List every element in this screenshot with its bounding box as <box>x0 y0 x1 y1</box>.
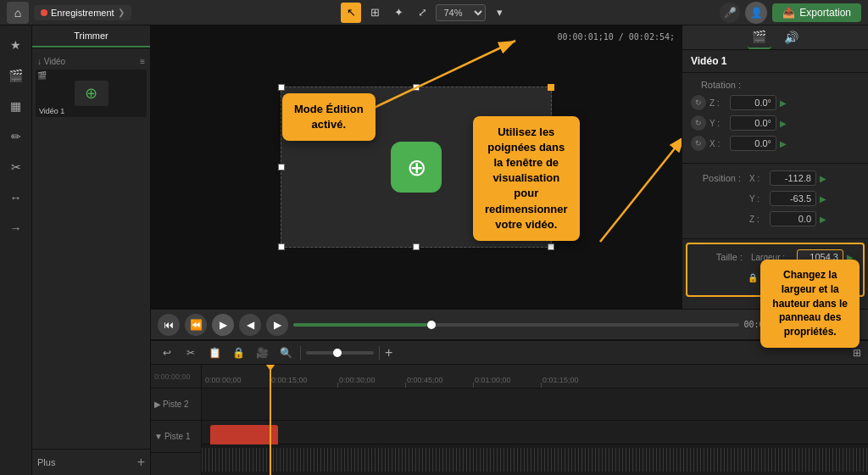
add-track-button[interactable]: + <box>385 345 392 360</box>
rotation-x-value[interactable]: 0.0° <box>730 136 776 151</box>
separator2 <box>379 346 380 360</box>
main-layout: ★ 🎬 ▦ ✏ ✂ ↔ → Trimmer ↓ Vidéo ≡ <box>0 25 868 475</box>
record-button[interactable]: Enregistrement ❯ <box>34 5 131 20</box>
preview-area: ⊕ 00:00:01;10 / 00:02:54; Mode Éditionac… <box>151 25 682 309</box>
next-frame-button[interactable]: ▶ <box>266 314 288 336</box>
position-z-arrow[interactable]: ▶ <box>820 215 826 224</box>
sidebar-item-favoris[interactable]: ★ <box>2 31 31 59</box>
rotation-x-arrow[interactable]: ▶ <box>780 139 787 148</box>
handle-tl[interactable] <box>278 84 285 91</box>
time-total: 00:02:54; <box>629 32 675 42</box>
copy-button[interactable]: 📋 <box>205 344 224 362</box>
camtasia-icon: ⊕ <box>407 154 426 182</box>
video-thumbnail[interactable]: ⊕ Vidéo 1 🎬 <box>36 70 147 117</box>
rotation-y-icon[interactable]: ↻ <box>691 115 706 131</box>
handle-tr[interactable] <box>548 84 554 91</box>
panel-plus-button[interactable]: + <box>137 455 145 470</box>
panel-bottom: Plus + <box>32 449 150 475</box>
lock-button[interactable]: 🔒 <box>229 344 248 362</box>
rotation-y-arrow[interactable]: ▶ <box>780 119 787 128</box>
x-label: X : <box>709 139 726 148</box>
seek-thumb[interactable] <box>427 321 436 329</box>
crop-icon[interactable]: ✦ <box>388 3 409 23</box>
scissors-icon: ✂ <box>11 160 21 174</box>
user-avatar[interactable]: 👤 <box>745 2 767 24</box>
handle-bl[interactable] <box>278 243 285 250</box>
track-label-1: Piste 1 <box>164 432 191 441</box>
fullscreen-icon[interactable]: ⤢ <box>412 3 432 23</box>
sidebar-item-transitions[interactable]: ↔ <box>2 183 31 212</box>
camera-button[interactable]: 🎥 <box>253 344 271 362</box>
panel-tabs: Trimmer <box>32 25 150 48</box>
z-label: Z : <box>709 98 726 108</box>
rewind-button[interactable]: ⏮ <box>158 314 180 336</box>
prop-rotation-label-row: Rotation : <box>691 80 860 90</box>
track-label-row-0[interactable]: ▶ Piste 2 <box>151 388 201 421</box>
handle-tm[interactable] <box>413 84 420 91</box>
handle-br[interactable] <box>548 243 554 250</box>
rotation-y-value[interactable]: 0.0° <box>730 115 776 131</box>
rotation-z-value[interactable]: 0.0° <box>730 95 776 110</box>
playhead[interactable] <box>270 365 271 475</box>
sidebar: ★ 🎬 ▦ ✏ ✂ ↔ → <box>0 25 32 475</box>
prop-position-section: Position : X : -112.8 ▶ Y : -63.5 ▶ Z : <box>682 164 868 239</box>
export-icon: 📤 <box>782 7 795 19</box>
pos-y-label: Y : <box>749 194 766 204</box>
sidebar-item-animations[interactable]: → <box>2 214 31 243</box>
prop-tab-audio[interactable]: 🔊 <box>780 25 804 49</box>
rotation-z-arrow[interactable]: ▶ <box>780 98 787 108</box>
export-button[interactable]: 📤 Exportation <box>772 3 861 22</box>
seek-bar[interactable] <box>293 323 739 327</box>
zoom-button[interactable]: 🔍 <box>276 344 295 362</box>
record-label: Enregistrement <box>51 8 114 18</box>
timeline-zoom-slider[interactable] <box>306 351 374 355</box>
multi-track-icon[interactable]: ⊞ <box>364 3 385 23</box>
position-y-arrow[interactable]: ▶ <box>820 194 826 204</box>
expand-icon-1[interactable]: ▼ <box>154 432 163 441</box>
track-label-row-1[interactable]: ▼ Piste 1 <box>151 421 201 453</box>
position-y-value[interactable]: -63.5 <box>770 191 816 206</box>
track-labels: 0:00:00;00 ▶ Piste 2 ▼ Piste 1 <box>151 365 202 475</box>
undo-button[interactable]: ↩ <box>158 344 176 362</box>
thumb-icon: ⊕ <box>85 84 97 103</box>
timeline-tracks: 0:00:00;00 ▶ Piste 2 ▼ Piste 1 0:00 <box>151 365 868 475</box>
ruler-mark-5: 0:01:15;00 <box>542 376 579 384</box>
position-z-value[interactable]: 0.0 <box>770 211 816 226</box>
position-x-value[interactable]: -112.8 <box>770 170 816 186</box>
expand-icon-0[interactable]: ▶ <box>154 400 161 409</box>
sidebar-item-media[interactable]: 🎬 <box>2 61 31 90</box>
annotation-resize-hint: Utilisez lespoignées dansla fenêtre devi… <box>473 116 580 241</box>
sidebar-item-annotations[interactable]: ✏ <box>2 122 31 151</box>
toolbar-icons: ↖ ⊞ ✦ ⤢ 74% 50% 100% ▾ <box>341 3 509 23</box>
prop-tab-video[interactable]: 🎬 <box>748 25 771 49</box>
sidebar-item-visual-effects[interactable]: ✂ <box>2 153 31 182</box>
lock-icon[interactable]: 🔒 <box>747 271 758 283</box>
grid-button[interactable]: ⊞ <box>853 347 861 359</box>
ruler-tick-5 <box>541 383 542 388</box>
prop-position-z: Z : 0.0 ▶ <box>691 211 860 226</box>
zoom-dropdown-icon[interactable]: ▾ <box>489 3 509 23</box>
prop-position-label-row: Position : X : -112.8 ▶ <box>691 170 860 186</box>
cursor-tool-icon[interactable]: ↖ <box>341 3 361 23</box>
home-button[interactable]: ⌂ <box>7 2 29 24</box>
prev-frame-button[interactable]: ◀ <box>239 314 261 336</box>
top-bar: ⌂ Enregistrement ❯ ↖ ⊞ ✦ ⤢ 74% 50% 100% … <box>0 0 868 25</box>
cut-button[interactable]: ✂ <box>181 344 200 362</box>
rotation-z-icon[interactable]: ↻ <box>691 95 706 110</box>
handle-ml[interactable] <box>278 164 285 170</box>
panel-section-header: ↓ Vidéo ≡ <box>36 52 147 68</box>
position-x-arrow[interactable]: ▶ <box>820 174 826 183</box>
zoom-select[interactable]: 74% 50% 100% <box>436 4 486 21</box>
library-icon: ▦ <box>10 99 21 113</box>
position-label: Position : <box>691 173 746 183</box>
rotation-x-icon[interactable]: ↻ <box>691 136 706 151</box>
panel-plus-label[interactable]: Plus <box>37 457 55 467</box>
mic-button[interactable]: 🎤 <box>720 3 740 23</box>
step-back-button[interactable]: ⏪ <box>185 314 207 336</box>
play-button[interactable]: ▶ <box>212 314 234 336</box>
zoom-slider-thumb[interactable] <box>333 349 342 357</box>
sidebar-item-library[interactable]: ▦ <box>2 92 31 120</box>
tab-trimmer[interactable]: Trimmer <box>32 25 150 48</box>
handle-bm[interactable] <box>413 243 420 250</box>
ruler-mark-2: 0:00:30;00 <box>339 376 376 384</box>
